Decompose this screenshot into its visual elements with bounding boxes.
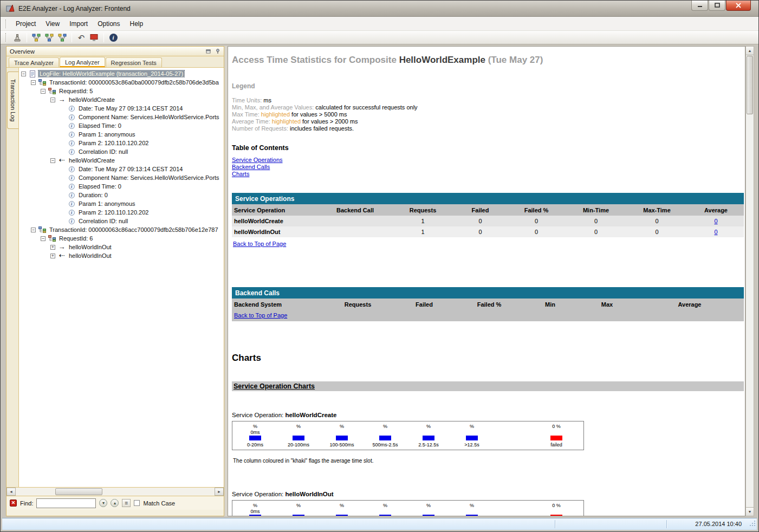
tree-node[interactable]: iCorrelation ID: null	[19, 217, 224, 225]
tree-node[interactable]: iComponent Name: Services.HelloWorldServ…	[19, 173, 224, 182]
find-close-icon[interactable]: ✕	[10, 499, 17, 507]
tree-node[interactable]: −RequestId: 6	[19, 234, 224, 243]
chart-bar	[293, 436, 304, 440]
chart-column-20-100ms: % 20-100ms	[277, 424, 320, 450]
tree-node[interactable]: iCorrelation ID: null	[19, 147, 224, 156]
tree-horizontal-scrollbar[interactable]: ◄ ►	[7, 487, 224, 496]
average-value-link[interactable]: 0	[714, 218, 717, 224]
collapse-icon[interactable]: −	[31, 80, 36, 85]
overview-panel-header: Overview	[7, 47, 224, 56]
collapse-icon[interactable]: −	[41, 236, 46, 241]
tree-node[interactable]: +→helloWorldInOut	[19, 243, 224, 251]
maximize-button[interactable]	[709, 1, 725, 11]
statusbar-separator	[666, 520, 667, 528]
horizontal-scroll-thumb[interactable]	[55, 488, 102, 495]
tree-node[interactable]: −LogFile: HelloWorldExample (transaction…	[19, 69, 224, 78]
legend-line: Min, Max, and Average Values: calculated…	[232, 104, 745, 111]
tree-node[interactable]: −→helloWorldCreate	[19, 95, 224, 104]
tree-node-label: Component Name: Services.HelloWorldServi…	[77, 114, 220, 120]
resize-grip[interactable]	[749, 519, 756, 529]
tree-node[interactable]: iDate: Tue May 27 09:13:14 CEST 2014	[19, 104, 224, 113]
column-header-min-time: Min-Time	[566, 204, 626, 216]
vertical-scroll-thumb[interactable]	[747, 56, 753, 114]
chart-average-label	[298, 509, 300, 515]
tree-node[interactable]: iDate: Tue May 27 09:13:14 CEST 2014	[19, 165, 224, 173]
legend-line: Average Time: highlighted for values > 2…	[232, 118, 745, 125]
find-previous-icon[interactable]: ▴	[111, 499, 119, 507]
back-to-top-link-service-operations[interactable]: Back to Top of Page	[233, 241, 286, 247]
tree-node[interactable]: iParam 1: anonymous	[19, 130, 224, 139]
undo-icon[interactable]: ↶	[75, 32, 88, 43]
collapse-icon[interactable]: −	[50, 158, 55, 163]
scroll-left-arrow-icon[interactable]: ◄	[7, 488, 16, 496]
tab-regression-tests[interactable]: Regression Tests	[106, 57, 162, 67]
tree-node[interactable]: iParam 2: 120.110.120.202	[19, 208, 224, 217]
tree-node[interactable]: iElapsed Time: 0	[19, 182, 224, 191]
expand-icon[interactable]: +	[50, 254, 55, 258]
value-cell: 1	[392, 216, 454, 226]
tab-log-analyzer[interactable]: Log Analyzer	[60, 57, 105, 67]
match-case-checkbox[interactable]	[134, 500, 140, 506]
info-icon[interactable]: i	[107, 32, 120, 43]
side-tab-transaction-log[interactable]: Transaction Log	[7, 72, 18, 129]
chart-bar	[249, 436, 261, 440]
tree-node[interactable]: +⇠helloWorldInOut	[19, 251, 224, 260]
expand-icon[interactable]: +	[50, 245, 55, 250]
tree-node[interactable]: iDuration: 0	[19, 191, 224, 199]
collapse-icon[interactable]: −	[41, 89, 46, 94]
chart-column-0-20ms: %0ms0-20ms	[233, 424, 277, 450]
tree-node[interactable]: −⇠helloWorldCreate	[19, 156, 224, 165]
tree-node[interactable]: iParam 2: 120.110.120.202	[19, 139, 224, 147]
service-operation-charts-heading: Service Operation Charts	[232, 381, 744, 391]
column-header-average: Average	[635, 299, 744, 310]
chart-caption-name: helloWorldInOut	[285, 491, 333, 497]
tree-node[interactable]: iElapsed Time: 0	[19, 121, 224, 130]
menu-project[interactable]: Project	[11, 18, 41, 30]
chart-caption-prefix: Service Operation:	[232, 412, 285, 418]
toc-link-charts[interactable]: Charts	[232, 171, 745, 178]
back-to-top-link-backend-calls[interactable]: Back to Top of Page	[234, 312, 287, 319]
report-vertical-scrollbar[interactable]: ▲ ▼	[745, 46, 754, 516]
find-next-icon[interactable]: ▾	[99, 499, 107, 507]
close-button[interactable]	[726, 1, 751, 11]
tab-trace-analyzer[interactable]: Trace Analyzer	[9, 57, 59, 67]
toc-link-service-operations[interactable]: Service Operations	[232, 157, 745, 164]
collapse-icon[interactable]: −	[50, 98, 55, 102]
tree-node[interactable]: iComponent Name: Services.HelloWorldServ…	[19, 113, 224, 121]
match-case-label: Match Case	[143, 500, 175, 507]
model-sync-icon[interactable]	[56, 32, 69, 43]
collapse-icon[interactable]: −	[21, 72, 26, 76]
find-input[interactable]	[36, 498, 96, 508]
deploy-icon[interactable]	[11, 32, 24, 43]
model-new-icon[interactable]	[30, 32, 43, 43]
average-value-link[interactable]: 0	[714, 229, 717, 235]
scroll-right-arrow-icon[interactable]: ►	[215, 488, 224, 496]
scroll-up-arrow-icon[interactable]: ▲	[746, 47, 754, 55]
chart-percent-label: %	[253, 424, 257, 430]
pin-icon[interactable]	[215, 48, 222, 55]
chart-bucket-label: 500ms-2.5s	[372, 442, 398, 447]
scroll-down-arrow-icon[interactable]: ▼	[746, 507, 754, 516]
menu-options[interactable]: Options	[93, 18, 125, 30]
tree-node[interactable]: −RequestId: 5	[19, 87, 224, 95]
find-options-icon[interactable]: ≡	[122, 499, 131, 507]
menu-help[interactable]: Help	[125, 18, 148, 30]
model-edit-icon[interactable]	[43, 32, 56, 43]
chart-percent-label: %	[340, 424, 344, 430]
collapse-icon[interactable]: −	[31, 228, 36, 232]
value-cell: 0	[566, 226, 626, 237]
value-cell: 0	[507, 216, 566, 226]
capture-icon[interactable]	[88, 32, 101, 43]
minimize-button[interactable]	[691, 1, 708, 11]
tree-node[interactable]: iParam 1: anonymous	[19, 199, 224, 208]
menu-view[interactable]: View	[41, 18, 64, 30]
tree-node[interactable]: −TransactionId: 000000053c86a0ba000079df…	[19, 78, 224, 87]
table-row: helloWorldCreate100000	[232, 216, 744, 226]
restore-panel-icon[interactable]	[205, 48, 212, 55]
titlebar[interactable]: E2E Analyzer - Log Analyzer: Frontend	[1, 1, 758, 17]
legend-line: Max Time: highlighted for values > 5000 …	[232, 111, 745, 118]
menu-import[interactable]: Import	[64, 18, 93, 30]
chart-bucket-label: >12.5s	[464, 442, 479, 447]
toc-link-backend-calls[interactable]: Backend Calls	[232, 164, 745, 171]
tree-node[interactable]: −TransactionId: 000000063c86acc7000079df…	[19, 225, 224, 234]
